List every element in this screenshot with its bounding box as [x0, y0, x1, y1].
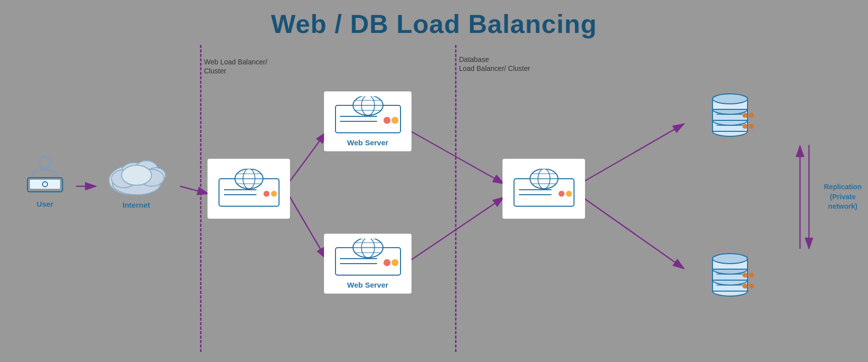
svg-line-6	[410, 131, 504, 184]
svg-point-64	[566, 191, 572, 197]
svg-point-90	[749, 273, 754, 278]
svg-point-89	[742, 273, 748, 278]
svg-point-88	[749, 284, 754, 289]
svg-point-43	[384, 117, 390, 124]
svg-rect-13	[30, 180, 60, 189]
internet-node: Internet	[92, 140, 180, 217]
svg-point-75	[749, 124, 754, 129]
web-server-1-node: Web Server	[324, 91, 412, 151]
web-lb-node	[208, 159, 290, 219]
web-server-2-node: Web Server	[324, 234, 412, 294]
web-server-1-label: Web Server	[347, 138, 388, 147]
svg-point-36	[353, 96, 383, 115]
svg-point-76	[742, 113, 748, 118]
svg-point-84	[712, 254, 748, 264]
svg-line-3	[180, 186, 208, 194]
svg-point-44	[392, 117, 398, 124]
svg-line-5	[288, 194, 326, 259]
replication-label: Replication (Private network)	[818, 182, 868, 212]
db-replica-node	[682, 245, 765, 300]
user-node: User	[15, 147, 75, 212]
svg-line-9	[582, 197, 684, 269]
internet-label: Internet	[122, 201, 150, 209]
diagram-canvas: Web / DB Load Balancing Web Load Balance…	[0, 0, 868, 362]
svg-point-54	[392, 259, 398, 266]
svg-point-74	[742, 124, 748, 129]
svg-point-15	[39, 157, 51, 169]
user-label: User	[36, 200, 53, 208]
web-lb-zone-label: Web Load Balancer/Cluster	[204, 57, 268, 75]
db-primary-node	[682, 84, 765, 141]
db-lb-divider	[455, 45, 456, 352]
svg-point-53	[384, 259, 390, 266]
svg-point-34	[271, 191, 277, 197]
svg-line-8	[582, 124, 684, 182]
svg-point-33	[264, 191, 270, 197]
svg-point-77	[749, 113, 754, 118]
db-lb-node	[502, 159, 585, 219]
svg-point-63	[558, 191, 564, 197]
db-lb-zone-label: DatabaseLoad Balancer/ Cluster	[459, 55, 530, 73]
svg-line-4	[288, 132, 326, 184]
svg-line-7	[410, 197, 504, 261]
svg-point-87	[742, 284, 748, 289]
web-lb-divider	[200, 45, 202, 352]
page-title: Web / DB Load Balancing	[0, 0, 868, 39]
svg-point-46	[353, 239, 383, 258]
svg-point-24	[122, 165, 152, 185]
svg-point-71	[712, 94, 748, 104]
web-server-2-label: Web Server	[347, 281, 388, 289]
